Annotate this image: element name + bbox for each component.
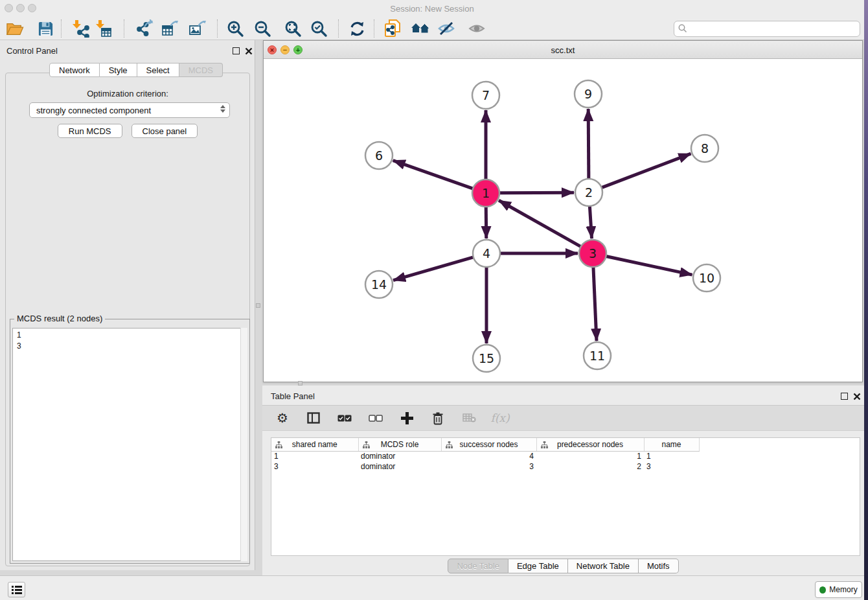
node-table[interactable]: shared name MCDS role succ [271, 437, 860, 556]
column-header-mcds-role[interactable]: MCDS role [358, 438, 441, 451]
edge-2-8[interactable] [602, 154, 691, 187]
optimization-criterion-select[interactable]: strongly connected component [29, 102, 230, 118]
task-history-button[interactable] [8, 582, 25, 597]
table-row[interactable]: 3 dominator 3 2 3 [271, 461, 699, 472]
cell-successor-nodes[interactable]: 4 [441, 451, 536, 461]
table-panel-title: Table Panel [271, 391, 315, 401]
column-header-predecessor-nodes[interactable]: predecessor nodes [536, 438, 644, 451]
select-stepper-icon [220, 105, 225, 113]
column-header-shared-name[interactable]: shared name [271, 438, 358, 451]
node-10-label: 10 [699, 271, 714, 285]
network-view-title: scc.txt [264, 45, 862, 55]
table-header-row: shared name MCDS role succ [271, 438, 699, 451]
memory-button[interactable]: Memory [815, 581, 862, 598]
close-panel-icon[interactable] [853, 393, 861, 400]
zoom-in-icon[interactable] [225, 19, 245, 38]
result-scrollbar[interactable] [240, 328, 247, 561]
control-panel: Control Panel Network Style Select MCDS … [0, 40, 255, 570]
float-panel-icon[interactable] [841, 393, 848, 400]
search-input[interactable] [674, 21, 860, 37]
status-bar: Memory [0, 575, 864, 600]
import-table-icon[interactable] [94, 19, 113, 38]
add-column-icon[interactable] [398, 410, 415, 426]
edge-3-10[interactable] [606, 256, 692, 275]
export-network-icon[interactable] [135, 19, 155, 38]
delete-table-icon [461, 410, 477, 426]
memory-label: Memory [829, 585, 857, 594]
tab-select[interactable]: Select [137, 63, 179, 77]
select-all-columns-icon[interactable] [336, 410, 353, 426]
cell-name[interactable]: 1 [644, 451, 699, 461]
export-table-icon[interactable] [161, 19, 180, 38]
tab-network[interactable]: Network [49, 63, 100, 77]
tab-edge-table[interactable]: Edge Table [508, 559, 568, 573]
network-window-titlebar[interactable]: × − + scc.txt [264, 41, 862, 59]
export-image-icon[interactable] [188, 19, 207, 38]
float-panel-icon[interactable] [233, 47, 240, 54]
toolbar-separator [338, 19, 339, 38]
open-session-icon[interactable] [5, 19, 25, 38]
toolbar-separator [374, 19, 374, 38]
split-divider-grip[interactable] [256, 303, 260, 308]
control-panel-tabs: Network Style Select MCDS [49, 63, 223, 77]
edge-1-2[interactable] [499, 192, 574, 193]
home-layout-icon[interactable] [411, 19, 430, 38]
zoom-fit-icon[interactable] [283, 19, 303, 38]
zoom-out-icon[interactable] [253, 19, 272, 38]
network-canvas[interactable]: 1234678910111415 [264, 59, 862, 382]
node-2-label: 2 [585, 185, 593, 200]
tab-mcds[interactable]: MCDS [179, 63, 223, 77]
hierarchy-icon [363, 441, 370, 450]
import-network-icon[interactable] [71, 19, 90, 38]
cell-name[interactable]: 3 [644, 461, 699, 472]
node-8-label: 8 [701, 141, 709, 156]
cell-shared-name[interactable]: 3 [271, 461, 358, 472]
cell-shared-name[interactable]: 1 [271, 451, 358, 461]
selected-option: strongly connected component [36, 106, 151, 115]
edge-2-3[interactable] [589, 206, 591, 238]
edge-1-6[interactable] [393, 161, 473, 189]
edge-2-9[interactable] [588, 109, 589, 179]
save-session-icon[interactable] [36, 19, 55, 38]
node-1-label: 1 [482, 186, 490, 200]
cell-mcds-role[interactable]: dominator [358, 461, 441, 472]
tab-style[interactable]: Style [100, 63, 137, 77]
search-icon [678, 24, 687, 36]
tab-network-table[interactable]: Network Table [568, 559, 639, 573]
tab-node-table[interactable]: Node Table [448, 559, 508, 573]
mcds-result-title: MCDS result (2 nodes) [14, 314, 105, 323]
split-divider-grip[interactable] [298, 381, 303, 386]
close-panel-button[interactable]: Close panel [131, 124, 198, 138]
tab-motifs[interactable]: Motifs [639, 559, 679, 573]
network-graph[interactable]: 1234678910111415 [264, 59, 862, 382]
edge-1-4[interactable] [486, 207, 486, 238]
optimization-criterion-label: Optimization criterion: [6, 89, 249, 98]
edge-4-14[interactable] [393, 257, 474, 281]
clone-network-icon[interactable] [383, 19, 402, 38]
edge-3-1[interactable] [499, 200, 581, 246]
deselect-all-columns-icon[interactable] [367, 410, 384, 426]
close-panel-icon[interactable] [245, 47, 253, 55]
cell-predecessor-nodes[interactable]: 2 [536, 461, 644, 472]
node-9-label: 9 [584, 87, 592, 101]
column-header-name[interactable]: name [644, 438, 699, 451]
run-mcds-button[interactable]: Run MCDS [58, 124, 122, 138]
table-row[interactable]: 1 dominator 4 1 1 [271, 451, 699, 461]
table-settings-gear-icon[interactable]: ⚙ [274, 410, 291, 426]
show-column-panel-icon[interactable] [305, 410, 322, 426]
cell-predecessor-nodes[interactable]: 1 [536, 451, 644, 461]
mcds-result-list[interactable]: 1 3 [12, 328, 247, 561]
control-panel-header: Control Panel [0, 40, 255, 60]
delete-column-trash-icon[interactable] [429, 410, 446, 426]
cell-successor-nodes[interactable]: 3 [441, 461, 536, 472]
table-panel-header: Table Panel [262, 386, 864, 405]
toolbar-separator [61, 19, 62, 38]
refresh-view-icon[interactable] [347, 19, 367, 38]
zoom-selected-icon[interactable] [309, 19, 328, 38]
node-14-label: 14 [371, 277, 387, 292]
node-7-label: 7 [482, 88, 490, 102]
hide-selected-eye-icon[interactable] [437, 19, 456, 38]
cell-mcds-role[interactable]: dominator [358, 451, 441, 461]
edge-3-11[interactable] [593, 267, 597, 341]
column-header-successor-nodes[interactable]: successor nodes [441, 438, 536, 451]
